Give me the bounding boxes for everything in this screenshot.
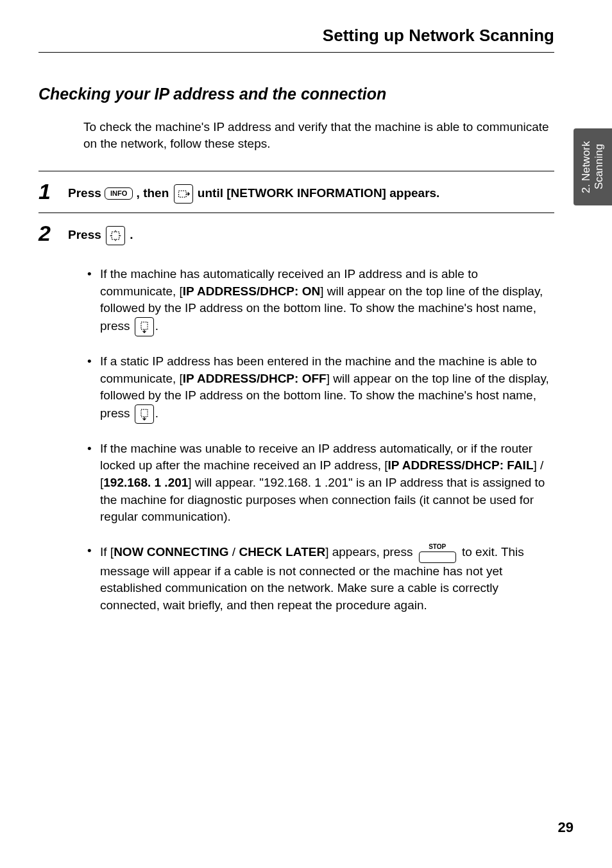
bold-text: IP ADDRESS/DHCP: FAIL (388, 458, 534, 472)
step-2: 2 Press . (38, 213, 574, 254)
svg-rect-2 (141, 322, 148, 330)
text: until [NETWORK INFORMATION] appears. (198, 186, 440, 200)
text: , then (137, 186, 173, 200)
header-row: Setting up Network Scanning (38, 26, 574, 46)
bold-text: NOW CONNECTING (114, 545, 228, 559)
bold-text: 192.168. 1 .201 (103, 476, 188, 489)
svg-rect-3 (141, 409, 148, 417)
svg-rect-0 (178, 191, 186, 197)
document-page: Setting up Network Scanning 2. Network S… (0, 0, 612, 868)
step-number: 1 (38, 180, 68, 202)
list-item: If the machine has automatically receive… (87, 266, 554, 336)
text: / (229, 545, 239, 559)
section-title: Checking your IP address and the connect… (38, 85, 574, 103)
list-item: If the machine was unable to receive an … (87, 440, 554, 526)
step-2-body: Press . (68, 222, 554, 245)
text: If [ (100, 545, 114, 559)
text: . (155, 319, 158, 333)
down-arrow-key-icon (135, 404, 154, 424)
list-item: If a static IP address has been entered … (87, 353, 554, 424)
text: . (130, 228, 133, 241)
stop-key-box (419, 551, 456, 563)
step-1: 1 Press INFO , then until [NETWORK INFOR… (38, 171, 574, 213)
enter-key-icon (106, 226, 125, 245)
chapter-side-tab: 2. Network Scanning (574, 128, 612, 205)
text: Press (68, 186, 105, 200)
page-number: 29 (558, 819, 574, 836)
svg-rect-1 (112, 232, 119, 239)
chapter-side-tab-text: 2. Network Scanning (580, 128, 606, 205)
bullet-list: If the machine has automatically receive… (87, 266, 554, 614)
list-item: If [NOW CONNECTING / CHECK LATER] appear… (87, 542, 554, 614)
bold-text: CHECK LATER (239, 545, 325, 559)
stop-key-icon: STOP (419, 542, 456, 563)
bold-text: IP ADDRESS/DHCP: OFF (183, 372, 327, 385)
text: ] appears, press (325, 545, 416, 559)
text: . (155, 406, 158, 420)
step-number: 2 (38, 222, 68, 244)
step-1-body: Press INFO , then until [NETWORK INFORMA… (68, 180, 554, 204)
bold-text: IP ADDRESS/DHCP: ON (183, 284, 320, 298)
right-arrow-key-icon (174, 184, 193, 204)
info-key-icon: INFO (105, 187, 133, 200)
down-arrow-key-icon (135, 317, 154, 336)
stop-key-label: STOP (429, 542, 446, 551)
section-intro: To check the machine's IP address and ve… (83, 119, 554, 152)
header-divider (38, 52, 554, 53)
page-header-title: Setting up Network Scanning (323, 26, 554, 46)
text: Press (68, 228, 105, 241)
